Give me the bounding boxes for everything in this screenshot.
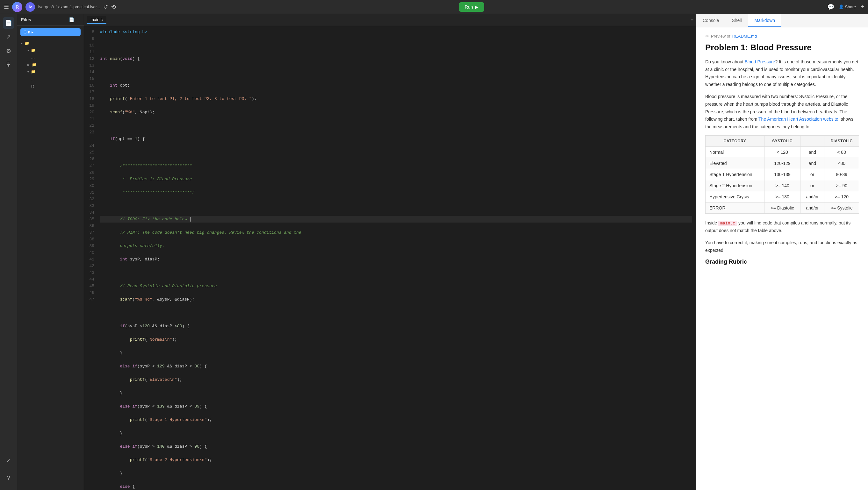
avatar[interactable]: iv xyxy=(26,2,35,12)
add-panel-button[interactable]: + xyxy=(860,3,864,10)
file-tree: ▾ 📁 ▾ 📁 ... ▶ 📁 ▾ 📁 xyxy=(17,38,84,490)
chat-button[interactable]: 💬 xyxy=(827,3,834,10)
table-cell-category: Normal xyxy=(706,146,765,158)
file2-label: ... xyxy=(31,76,35,81)
table-cell-connector: or xyxy=(801,169,824,180)
table-header-systolic: SYSTOLIC xyxy=(764,135,801,146)
sidebar: 📄 ↗ ⚙ 🗄 ✓ ? xyxy=(0,14,17,490)
code-editor[interactable]: #include <string.h> int main(void) { int… xyxy=(96,26,696,490)
replit-btn-label: π ▸ xyxy=(28,30,33,34)
file-tree-subfolder-3[interactable]: ▾ 📁 xyxy=(20,68,84,75)
markdown-para2: Blood pressure is measured with two numb… xyxy=(705,93,859,131)
tab-filename: main.c xyxy=(90,17,102,22)
file-tree-file-r[interactable]: R xyxy=(20,83,84,90)
main-layout: 📄 ↗ ⚙ 🗄 ✓ ? Files 📄 ... G π ▸ ▾ 📁 xyxy=(0,14,868,490)
breadcrumb: ivargas8 / exam-1-practical-ivar... xyxy=(38,4,100,9)
file-tree-file-2[interactable]: ... xyxy=(20,75,84,83)
sidebar-item-files[interactable]: 📄 xyxy=(3,17,14,29)
file-r-label: R xyxy=(31,84,34,89)
replit-ai-button[interactable]: G π ▸ xyxy=(21,28,81,36)
topbar: ☰ R iv ivargas8 / exam-1-practical-ivar.… xyxy=(0,0,868,14)
table-header-category: CATEGORY xyxy=(706,135,765,146)
table-cell-category: Elevated xyxy=(706,158,765,169)
sidebar-item-database[interactable]: 🗄 xyxy=(3,59,14,71)
file-panel-icons: 📄 ... xyxy=(69,17,80,22)
grading-rubric-title: Grading Rubric xyxy=(705,259,859,265)
tab-console-label: Console xyxy=(703,18,719,23)
preview-label: 👁 Preview of README.md xyxy=(705,34,859,38)
table-row: Stage 2 Hypertension >= 140 or >= 90 xyxy=(706,180,859,191)
file-label: ... xyxy=(31,55,35,60)
table-cell-connector: and/or xyxy=(801,191,824,202)
file-tree-root-folder[interactable]: ▾ 📁 xyxy=(17,40,84,47)
table-cell-systolic: < 120 xyxy=(764,146,801,158)
file-tree-subfolder-2[interactable]: ▶ 📁 xyxy=(20,61,84,68)
logo-icon: R xyxy=(12,2,22,12)
run-button[interactable]: Run ▶ xyxy=(459,2,484,12)
right-panel-content: 👁 Preview of README.md Problem 1: Blood … xyxy=(696,27,868,490)
table-row: Stage 1 Hypertension 130-139 or 80-89 xyxy=(706,169,859,180)
file-tree-subfolder-1[interactable]: ▾ 📁 xyxy=(20,47,84,54)
tab-markdown-label: Markdown xyxy=(754,18,775,23)
preview-text: Preview of xyxy=(711,34,731,38)
table-cell-diastolic: >= 120 xyxy=(824,191,859,202)
editor-content[interactable]: 891011 12131415 16171819 20212223 242526… xyxy=(84,26,696,490)
folder-arrow: ▾ xyxy=(21,42,23,45)
editor-menu-icon[interactable]: ≡ xyxy=(691,18,693,23)
topbar-right: 💬 👤 Share + xyxy=(827,3,864,10)
table-cell-diastolic: < 80 xyxy=(824,146,859,158)
run-label: Run xyxy=(465,4,473,9)
line-numbers: 891011 12131415 16171819 20212223 242526… xyxy=(84,26,96,490)
editor-tabs: main.c ≡ xyxy=(84,14,696,26)
sidebar-item-settings[interactable]: ⚙ xyxy=(3,45,14,57)
table-cell-systolic: 120-129 xyxy=(764,158,801,169)
table-cell-systolic: <= Diastolic xyxy=(764,202,801,213)
file-tree-file-dots[interactable]: ... xyxy=(20,54,84,61)
topbar-center: Run ▶ xyxy=(119,2,824,12)
history-button[interactable]: ⟲ xyxy=(111,3,116,10)
folder-icon: 📁 xyxy=(25,41,29,45)
tab-console[interactable]: Console xyxy=(696,14,725,27)
aha-link[interactable]: The American Heart Association website xyxy=(758,117,838,122)
table-cell-category: ERROR xyxy=(706,202,765,213)
tab-shell[interactable]: Shell xyxy=(725,14,748,27)
hamburger-button[interactable]: ☰ xyxy=(4,3,9,10)
share-icon: 👤 xyxy=(839,4,844,9)
replit-btn-icon: G xyxy=(24,30,26,34)
run-icon: ▶ xyxy=(475,4,478,9)
subfolder-arrow: ▾ xyxy=(27,49,29,52)
table-cell-diastolic: >= Systolic xyxy=(824,202,859,213)
subfolder3-arrow: ▾ xyxy=(27,70,29,73)
blood-pressure-link[interactable]: Blood Pressure xyxy=(745,59,775,64)
table-row: Hypertensive Crysis >= 180 and/or >= 120 xyxy=(706,191,859,202)
tab-shell-label: Shell xyxy=(732,18,742,23)
table-cell-diastolic: >= 90 xyxy=(824,180,859,191)
file-panel-title: Files xyxy=(21,17,31,22)
sidebar-item-help[interactable]: ? xyxy=(3,472,14,484)
sidebar-item-check[interactable]: ✓ xyxy=(3,455,14,466)
right-panel-tabs: Console Shell Markdown xyxy=(696,14,868,27)
table-cell-connector: and/or xyxy=(801,202,824,213)
breadcrumb-separator: / xyxy=(55,4,57,9)
table-row: ERROR <= Diastolic and/or >= Systolic xyxy=(706,202,859,213)
markdown-para1: Do you know about Blood Pressure? It is … xyxy=(705,58,859,89)
editor-tab-main-c[interactable]: main.c xyxy=(87,16,106,24)
markdown-title: Problem 1: Blood Pressure xyxy=(705,42,859,53)
share-button[interactable]: 👤 Share xyxy=(839,4,856,9)
new-file-icon[interactable]: 📄 xyxy=(69,17,74,22)
tab-markdown[interactable]: Markdown xyxy=(748,14,782,27)
subfolder-icon: 📁 xyxy=(31,48,36,53)
refresh-button[interactable]: ↺ xyxy=(103,3,108,10)
sidebar-item-share[interactable]: ↗ xyxy=(3,31,14,43)
breadcrumb-project: exam-1-practical-ivar... xyxy=(58,4,100,9)
preview-file-link[interactable]: README.md xyxy=(732,34,757,38)
table-cell-category: Hypertensive Crysis xyxy=(706,191,765,202)
file-panel-more-icon[interactable]: ... xyxy=(76,17,80,22)
table-cell-category: Stage 2 Hypertension xyxy=(706,180,765,191)
table-row: Elevated 120-129 and <80 xyxy=(706,158,859,169)
file-panel: Files 📄 ... G π ▸ ▾ 📁 ▾ 📁 ... xyxy=(17,14,84,490)
subfolder3-icon: 📁 xyxy=(31,69,36,74)
sidebar-bottom: ? xyxy=(0,469,18,487)
table-cell-connector: and xyxy=(801,146,824,158)
breadcrumb-user: ivargas8 xyxy=(38,4,54,9)
